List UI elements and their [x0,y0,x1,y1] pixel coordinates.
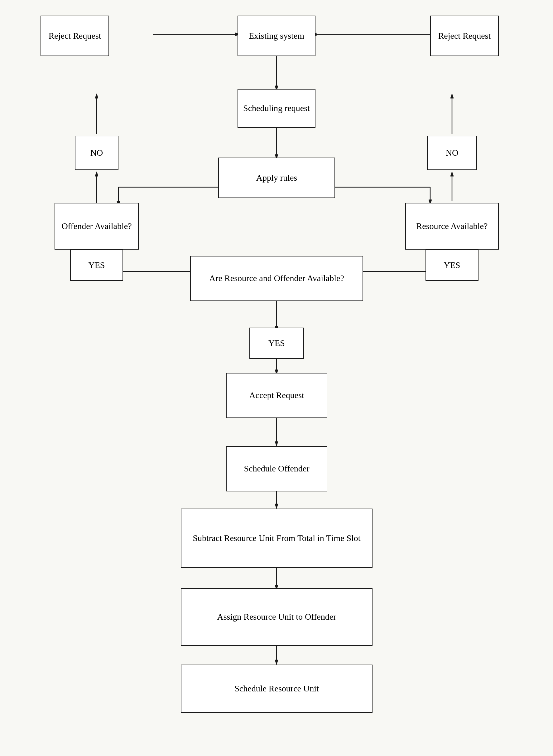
svg-marker-11 [95,93,98,98]
accept-request-box: Accept Request [226,373,327,418]
assign-resource-box: Assign Resource Unit to Offender [181,588,373,646]
svg-marker-19 [451,171,454,176]
svg-marker-39 [275,660,278,665]
no-right-box: NO [427,136,477,170]
svg-marker-35 [275,504,278,508]
apply-rules-box: Apply rules [218,157,335,198]
existing-system-box: Existing system [238,16,315,56]
svg-marker-13 [95,171,98,176]
svg-marker-21 [451,93,454,98]
are-resource-offender-box: Are Resource and Offender Available? [190,256,363,301]
schedule-offender-box: Schedule Offender [226,446,327,491]
no-left-box: NO [75,136,118,170]
subtract-resource-box: Subtract Resource Unit From Total in Tim… [181,508,373,568]
reject-request-right-box: Reject Request [430,16,499,56]
yes-right-box: YES [425,250,478,281]
scheduling-request-box: Scheduling request [238,89,315,128]
yes-left-box: YES [70,250,123,281]
resource-available-box: Resource Available? [405,203,499,250]
reject-request-left-box: Reject Request [41,16,109,56]
svg-marker-33 [275,441,278,446]
yes-middle-box: YES [249,328,304,359]
flowchart-diagram: Existing system Scheduling request Apply… [0,0,553,756]
offender-available-box: Offender Available? [55,203,139,250]
schedule-resource-unit-box: Schedule Resource Unit [181,665,373,713]
